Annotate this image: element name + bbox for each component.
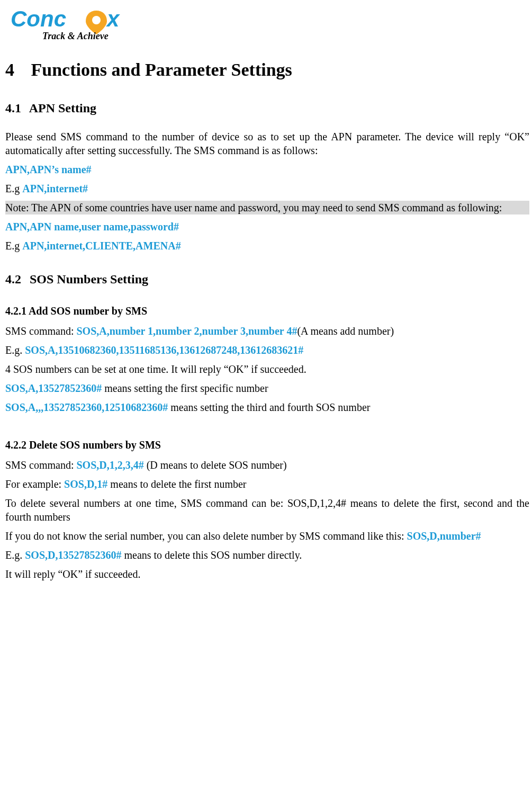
suffix: means setting the first specific number: [102, 382, 268, 394]
sos-add-third-fourth: SOS,A,,,13527852360,12510682360# means s…: [5, 400, 529, 414]
sos-add-first: SOS,A,13527852360# means setting the fir…: [5, 381, 529, 395]
svg-text:x: x: [106, 6, 120, 31]
sos-add-eg: E.g. SOS,A,13510682360,13511685136,13612…: [5, 343, 529, 357]
eg-prefix: E.g: [5, 183, 22, 194]
command-text: APN,internet#: [22, 183, 88, 194]
eg-prefix: E.g: [5, 240, 22, 252]
section-4-2-heading: 4.2 SOS Numbers Setting: [5, 271, 529, 288]
command-text: APN,internet,CLIENTE,AMENA#: [22, 240, 181, 252]
brand-logo: Conc x Track & Achieve: [11, 5, 529, 42]
svg-text:Track & Achieve: Track & Achieve: [42, 31, 109, 41]
sos-del-unknown: If you do not know the serial number, yo…: [5, 529, 529, 543]
sos-add-note: 4 SOS numbers can be set at one time. It…: [5, 362, 529, 376]
command-text: SOS,D,number#: [407, 530, 481, 542]
suffix: means setting the third and fourth SOS n…: [168, 401, 370, 413]
sos-del-reply: It will reply “OK” if succeeded.: [5, 567, 529, 581]
sos-del-direct: E.g. SOS,D,13527852360# means to delete …: [5, 548, 529, 562]
apn-eg2: E.g APN,internet,CLIENTE,AMENA#: [5, 239, 529, 253]
chapter-number: 4: [5, 58, 26, 82]
apn-eg1: E.g APN,internet#: [5, 182, 529, 195]
apn-cmd1: APN,APN’s name#: [5, 163, 529, 176]
chapter-heading: 4 Functions and Parameter Settings: [5, 58, 529, 82]
command-text: SOS,D,13527852360#: [25, 549, 121, 561]
section-number: 4.1: [5, 100, 26, 117]
command-text: SOS,A,number 1,number 2,number 3,number …: [76, 325, 297, 337]
sos-add-cmd: SMS command: SOS,A,number 1,number 2,num…: [5, 324, 529, 338]
prefix: E.g.: [5, 344, 25, 356]
prefix: If you do not know the serial number, yo…: [5, 530, 407, 542]
suffix: means to delete the first number: [107, 478, 246, 490]
prefix: For example:: [5, 478, 64, 490]
prefix: SMS command:: [5, 459, 76, 471]
apn-intro: Please send SMS command to the number of…: [5, 130, 529, 157]
prefix: SMS command:: [5, 325, 76, 337]
subsection-4-2-1-heading: 4.2.1 Add SOS number by SMS: [5, 304, 529, 318]
command-text: SOS,A,13527852360#: [5, 382, 102, 394]
apn-note: Note: The APN of some countries have use…: [5, 201, 529, 214]
sos-del-multi: To delete several numbers at one time, S…: [5, 496, 529, 524]
command-text: SOS,A,,,13527852360,12510682360#: [5, 401, 168, 413]
command-text: SOS,D,1,2,3,4#: [76, 459, 143, 471]
prefix: E.g.: [5, 549, 25, 561]
svg-text:Conc: Conc: [11, 6, 66, 31]
chapter-title: Functions and Parameter Settings: [31, 60, 292, 79]
sos-del-eg: For example: SOS,D,1# means to delete th…: [5, 477, 529, 491]
sos-del-cmd: SMS command: SOS,D,1,2,3,4# (D means to …: [5, 458, 529, 472]
suffix: (A means add number): [297, 325, 394, 337]
command-text: APN,APN name,user name,password#: [5, 221, 179, 232]
suffix: means to delete this SOS number directly…: [121, 549, 302, 561]
svg-point-1: [92, 16, 101, 24]
command-text: APN,APN’s name#: [5, 164, 92, 175]
section-number: 4.2: [5, 271, 26, 288]
section-title: APN Setting: [29, 101, 96, 115]
command-text: SOS,A,13510682360,13511685136,1361268724…: [25, 344, 303, 356]
apn-cmd2: APN,APN name,user name,password#: [5, 220, 529, 234]
suffix: (D means to delete SOS number): [144, 459, 287, 471]
section-title: SOS Numbers Setting: [30, 272, 148, 286]
command-text: SOS,D,1#: [64, 478, 107, 490]
subsection-4-2-2-heading: 4.2.2 Delete SOS numbers by SMS: [5, 438, 529, 452]
section-4-1-heading: 4.1 APN Setting: [5, 100, 529, 117]
